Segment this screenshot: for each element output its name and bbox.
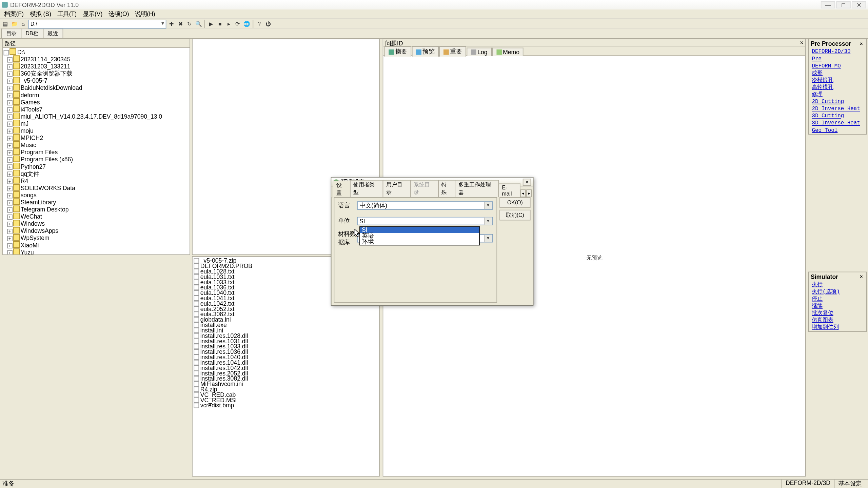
side-link[interactable]: 继续 — [809, 303, 866, 310]
close-icon[interactable]: × — [859, 274, 865, 280]
ok-button[interactable]: OK(O) — [499, 197, 530, 208]
help-icon[interactable]: ? — [255, 20, 263, 28]
unit-combo[interactable]: SI — [357, 217, 493, 225]
side-link[interactable]: 修理 — [809, 91, 866, 98]
tree-node[interactable]: +mJ — [4, 120, 189, 127]
tree-node[interactable]: +Telegram Desktop — [4, 206, 189, 213]
tree-node[interactable]: +miui_ALIOTH_V14.0.23.4.17.DEV_8d19a9709… — [4, 113, 189, 120]
dtab-sysdir[interactable]: 系统目录 — [410, 180, 438, 197]
tree-node[interactable]: +Windows — [4, 220, 189, 227]
unit-dropdown[interactable]: SI 英语 环境 — [359, 226, 480, 245]
tree-node[interactable]: +songs — [4, 191, 189, 198]
dtab-special[interactable]: 特殊 — [438, 180, 455, 197]
open-icon[interactable]: ▤ — [1, 20, 10, 28]
ptab-important[interactable]: 重要 — [439, 46, 466, 57]
tree-node[interactable]: +SteamLibrary — [4, 198, 189, 205]
tree-node[interactable]: +moju — [4, 127, 189, 134]
unit-option-english[interactable]: 英语 — [360, 233, 479, 239]
dtab-email[interactable]: E-mail — [498, 183, 520, 197]
tree-node[interactable]: +Python27 — [4, 163, 189, 170]
dtab-settings[interactable]: 设置 — [333, 181, 350, 198]
tree-node[interactable]: +qq文件 — [4, 170, 189, 177]
side-link[interactable]: DEFORM-2D/3D Pre — [809, 48, 866, 62]
side-link[interactable]: 执行 — [809, 281, 866, 288]
menu-tools[interactable]: 工具(T) — [54, 10, 80, 18]
tab-dir[interactable]: 目录 — [1, 28, 22, 38]
tree-node[interactable]: +WindowsApps — [4, 227, 189, 234]
loop-icon[interactable]: ⟳ — [234, 20, 242, 28]
ptab-summary[interactable]: 摘要 — [384, 46, 411, 57]
close-button[interactable]: ✕ — [852, 1, 866, 8]
tree-node[interactable]: +Yuzu — [4, 248, 189, 255]
exit-icon[interactable]: ⏻ — [264, 20, 273, 28]
menu-sim[interactable]: 模拟 (S) — [27, 10, 54, 18]
tree-node[interactable]: +_v5-005-7 — [4, 77, 189, 84]
side-link[interactable]: 高轮模孔 — [809, 84, 866, 91]
tree-node[interactable]: +BaiduNetdiskDownload — [4, 84, 189, 91]
play-icon[interactable]: ▶ — [207, 20, 215, 28]
step-icon[interactable]: ▸ — [225, 20, 233, 28]
ptab-memo[interactable]: Memo — [492, 47, 524, 56]
tree-node[interactable]: +Music — [4, 141, 189, 148]
stop-icon[interactable]: ■ — [216, 20, 224, 28]
find-icon[interactable]: 🔍 — [194, 20, 203, 28]
tree-node[interactable]: +R4 — [4, 177, 189, 184]
tree-node[interactable]: +XiaoMi — [4, 241, 189, 248]
path-input[interactable]: D:\ — [28, 19, 166, 28]
close-icon[interactable]: × — [859, 41, 865, 47]
folder-tree[interactable]: -D:\ +20231114_230345 +20231203_133211 +… — [3, 48, 190, 255]
unit-option-env[interactable]: 环境 — [360, 239, 479, 245]
minimize-button[interactable]: — — [821, 1, 835, 8]
dialog-close-button[interactable]: × — [523, 179, 531, 186]
tree-node[interactable]: +WpSystem — [4, 234, 189, 241]
tab-scroll-left[interactable]: ◂ — [520, 189, 526, 197]
tree-node[interactable]: +20231114_230345 — [4, 55, 189, 62]
globe-icon[interactable]: 🌐 — [243, 20, 251, 28]
delete-icon[interactable]: ✖ — [176, 20, 185, 28]
side-link[interactable]: 批次复位 — [809, 310, 866, 317]
folder-icon[interactable]: 📁 — [10, 20, 19, 28]
side-link[interactable]: 仿真图表 — [809, 317, 866, 324]
home-icon[interactable]: ⌂ — [19, 20, 27, 28]
side-link[interactable]: 3D Cutting — [809, 113, 866, 120]
tab-db[interactable]: DB档 — [21, 28, 43, 38]
menu-view[interactable]: 显示(V) — [80, 10, 105, 18]
dtab-usertype[interactable]: 使用者类型 — [350, 180, 383, 197]
tree-node[interactable]: +20231203_133211 — [4, 63, 189, 70]
side-link[interactable]: 3D Inverse Heat — [809, 120, 866, 127]
side-link[interactable]: 2D Cutting — [809, 98, 866, 105]
side-link[interactable]: 停止 — [809, 296, 866, 303]
ptab-preview[interactable]: 预览 — [412, 46, 439, 57]
tree-node[interactable]: -D:\ — [4, 48, 189, 55]
tree-node[interactable]: +Games — [4, 98, 189, 105]
side-link[interactable]: Geo Tool — [809, 127, 866, 134]
side-link[interactable]: 成形 — [809, 70, 866, 77]
tree-node[interactable]: +360安全浏览器下载 — [4, 70, 189, 77]
side-link[interactable]: 冷模锻孔 — [809, 77, 866, 84]
tree-node[interactable]: +Program Files — [4, 148, 189, 156]
cancel-button[interactable]: 取消(C) — [499, 210, 530, 221]
language-combo[interactable]: 中文(简体) — [357, 201, 493, 210]
tree-node[interactable]: +SOLIDWORKS Data — [4, 184, 189, 191]
tree-node[interactable]: +Program Files (x86) — [4, 156, 189, 163]
side-link[interactable]: DEFORM MO — [809, 63, 866, 70]
dtab-userdir[interactable]: 用户目录 — [382, 180, 411, 197]
unit-option-si[interactable]: SI — [360, 227, 479, 233]
menu-file[interactable]: 档案(F) — [1, 10, 27, 18]
ptab-log[interactable]: Log — [467, 47, 492, 56]
file-item[interactable]: MiFlashvcom.ini — [194, 381, 378, 387]
tree-node[interactable]: +MPICH2 — [4, 134, 189, 141]
refresh-icon[interactable]: ↻ — [185, 20, 194, 28]
side-link[interactable]: 增加到伫列 — [809, 324, 866, 331]
menu-options[interactable]: 选项(O) — [105, 10, 132, 18]
tree-node[interactable]: +i4Tools7 — [4, 105, 189, 113]
tab-scroll-right[interactable]: ▸ — [527, 189, 532, 197]
side-link[interactable]: 2D Inverse Heat — [809, 105, 866, 113]
tree-node[interactable]: +WeChat — [4, 213, 189, 220]
file-item[interactable]: vcredist.bmp — [194, 403, 378, 408]
problem-close-icon[interactable]: × — [800, 39, 804, 46]
menu-help[interactable]: 说明(H) — [132, 10, 158, 18]
tab-recent[interactable]: 最近 — [43, 28, 63, 38]
dtab-multi[interactable]: 多重工作处理器 — [455, 180, 499, 197]
side-link[interactable]: 执行(选项) — [809, 288, 866, 296]
